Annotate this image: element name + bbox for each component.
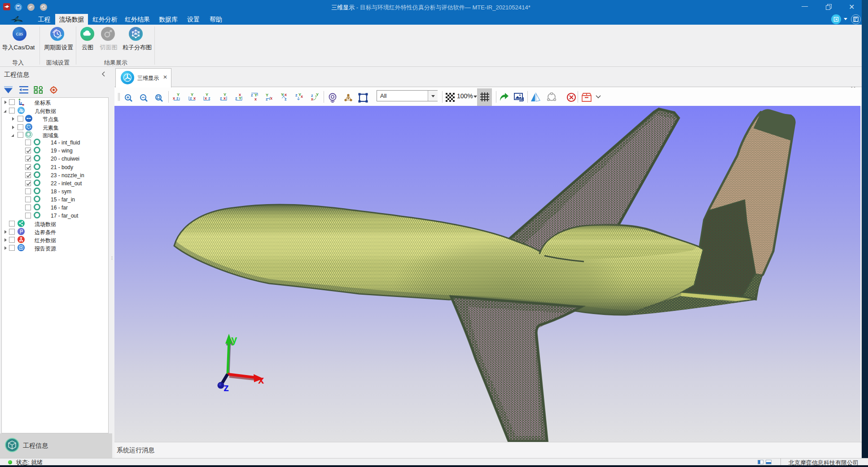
svg-text:Y: Y <box>239 96 241 100</box>
svg-text:z: z <box>266 97 268 101</box>
svg-text:z: z <box>220 96 222 100</box>
svg-text:x: x <box>270 96 272 100</box>
svg-text:Y: Y <box>177 92 180 97</box>
svg-text:x: x <box>224 96 226 100</box>
svg-text:z: z <box>224 381 229 393</box>
svg-text:z: z <box>251 93 253 97</box>
svg-text:x: x <box>301 94 303 99</box>
svg-text:Y: Y <box>281 92 284 97</box>
svg-text:x: x <box>193 96 196 100</box>
svg-text:x: x <box>311 97 313 101</box>
svg-text:x: x <box>22 103 25 106</box>
svg-text:x: x <box>258 374 264 386</box>
svg-text:z: z <box>20 101 22 105</box>
svg-text:x: x <box>254 97 257 101</box>
svg-text:z: z <box>295 93 298 97</box>
svg-text:z: z <box>190 96 192 100</box>
svg-text:y: y <box>231 333 237 345</box>
svg-text:x: x <box>285 92 287 97</box>
svg-text:x: x <box>173 96 175 100</box>
svg-text:x: x <box>205 96 207 100</box>
svg-text:z: z <box>208 96 210 100</box>
svg-text:z: z <box>235 96 237 100</box>
